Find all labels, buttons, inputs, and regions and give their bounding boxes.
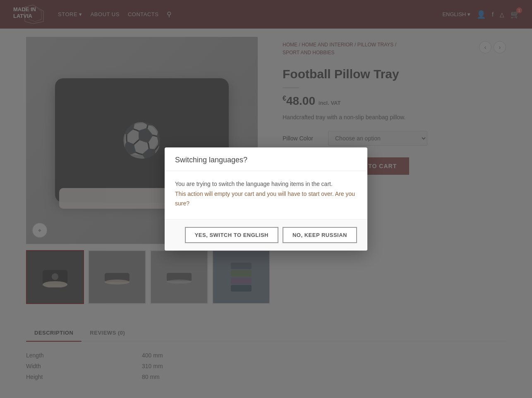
language-switch-dialog: Switching languages? You are trying to s… xyxy=(165,147,367,251)
dialog-footer: YES, SWITCH TO ENGLISH NO, KEEP RUSSIAN xyxy=(165,220,367,251)
dialog-header: Switching languages? xyxy=(165,147,367,171)
modal-overlay[interactable]: Switching languages? You are trying to s… xyxy=(0,0,532,395)
dialog-title: Switching languages? xyxy=(175,156,357,164)
dialog-text-line2: This action will empty your cart and you… xyxy=(175,191,355,207)
dialog-body: You are trying to switch the language ha… xyxy=(165,171,367,220)
confirm-switch-button[interactable]: YES, SWITCH TO ENGLISH xyxy=(185,227,278,243)
dialog-text-line1: You are trying to switch the language ha… xyxy=(175,181,333,187)
cancel-switch-button[interactable]: NO, KEEP RUSSIAN xyxy=(283,227,357,243)
dialog-text: You are trying to switch the language ha… xyxy=(175,179,357,209)
